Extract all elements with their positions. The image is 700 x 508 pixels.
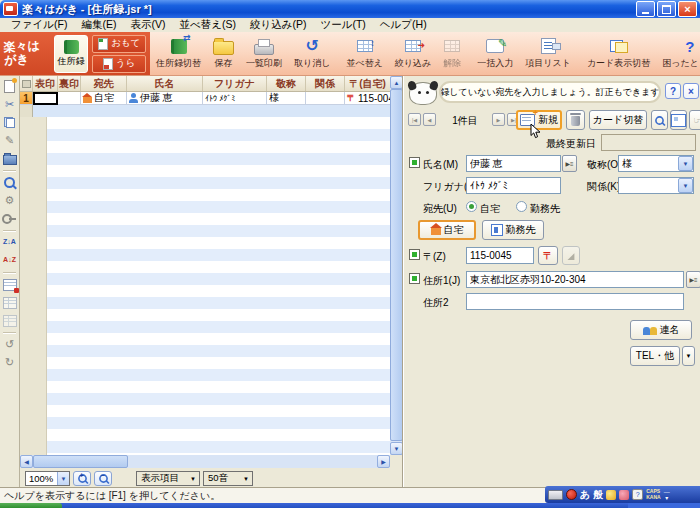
- addressee-home-radio[interactable]: [466, 201, 477, 212]
- close-button[interactable]: ×: [678, 1, 697, 17]
- cell-honorific[interactable]: 様: [267, 92, 306, 105]
- keyboard-icon[interactable]: [548, 490, 563, 500]
- relation-arrow-icon[interactable]: ▼: [678, 178, 693, 193]
- zoom-in-button[interactable]: +: [73, 471, 91, 486]
- card-view-toggle-button[interactable]: カード表示切替: [581, 32, 656, 75]
- back-side-button[interactable]: うら: [92, 55, 146, 73]
- grid-icon[interactable]: [2, 313, 17, 328]
- kana-index-select[interactable]: 50音 ▼: [203, 471, 253, 486]
- column-header-furigana[interactable]: フリガナ: [203, 76, 267, 91]
- name-detail-button[interactable]: ▶≡: [562, 155, 577, 172]
- search-edit-button[interactable]: [651, 110, 668, 130]
- display-items-select[interactable]: 表示項目 ▼: [136, 471, 200, 486]
- ime-input-mode[interactable]: あ: [580, 490, 590, 500]
- ime-minimize-icon[interactable]: —▾: [664, 489, 670, 501]
- pen-icon[interactable]: ✎: [2, 133, 17, 148]
- undo-gray-icon[interactable]: ↺: [2, 337, 17, 352]
- address-book-button[interactable]: 住所録: [54, 35, 88, 73]
- delete-record-button[interactable]: [566, 110, 585, 130]
- empty-rows-area[interactable]: [20, 117, 390, 455]
- tools-icon[interactable]: ⚙: [2, 193, 17, 208]
- ime-icon[interactable]: [566, 489, 577, 500]
- postal-print-checkbox[interactable]: [409, 249, 420, 260]
- cell-name[interactable]: 伊藤 恵: [127, 92, 203, 105]
- menu-tools[interactable]: ツール(T): [313, 18, 372, 32]
- card-preview-button[interactable]: [670, 110, 687, 130]
- search-icon[interactable]: [2, 175, 17, 190]
- address1-print-checkbox[interactable]: [409, 273, 420, 284]
- postal-lookup-button[interactable]: 〒: [538, 246, 558, 265]
- cell-back-print[interactable]: [58, 92, 81, 105]
- table-row[interactable]: 1 自宅 伊藤 恵 ｲﾄｳ ﾒｸﾞﾐ 様 〒115-004: [20, 92, 390, 105]
- zoom-out-button[interactable]: −: [94, 471, 112, 486]
- column-header-back-print[interactable]: 裏印: [58, 76, 81, 91]
- assistant-close-button[interactable]: ×: [683, 83, 699, 99]
- pointer-mode-button[interactable]: ☞: [689, 110, 700, 130]
- relation-select[interactable]: ▼: [618, 177, 694, 194]
- filter-button[interactable]: ➜ 絞り込み: [389, 32, 437, 75]
- furigana-input[interactable]: [466, 177, 561, 194]
- horizontal-scroll-thumb[interactable]: [33, 455, 128, 468]
- vertical-scroll-thumb[interactable]: [390, 89, 403, 441]
- joint-names-button[interactable]: 連名: [630, 320, 692, 340]
- tel-others-dropdown-button[interactable]: ▼: [682, 346, 695, 366]
- table-icon[interactable]: [2, 295, 17, 310]
- ime-state-indicators[interactable]: CAPS KANA: [646, 489, 660, 500]
- print-list-button[interactable]: 一覧印刷: [240, 32, 288, 75]
- address2-input[interactable]: [466, 293, 684, 310]
- menu-view[interactable]: 表示(V): [123, 18, 172, 32]
- cell-relation[interactable]: [306, 92, 345, 105]
- row-number[interactable]: 1: [20, 92, 33, 105]
- menu-edit[interactable]: 編集(E): [74, 18, 123, 32]
- sort-button[interactable]: ↕ 並べ替え: [340, 32, 388, 75]
- honorific-arrow-icon[interactable]: ▼: [678, 156, 693, 171]
- scroll-right-button[interactable]: ▶: [377, 455, 390, 468]
- grid-corner-cell[interactable]: [20, 76, 33, 91]
- vertical-scrollbar[interactable]: ▲ ▼: [390, 76, 403, 455]
- cell-front-print-selected[interactable]: [33, 92, 58, 105]
- redo-gray-icon[interactable]: ↻: [2, 355, 17, 370]
- menu-sort[interactable]: 並べ替え(S): [172, 18, 243, 32]
- front-side-button[interactable]: おもて: [92, 35, 146, 53]
- scroll-left-button[interactable]: ◀: [20, 455, 33, 468]
- restore-button[interactable]: [657, 1, 676, 17]
- tel-others-button[interactable]: TEL・他: [630, 346, 680, 366]
- next-record-button[interactable]: ▶: [492, 113, 505, 126]
- postal-input[interactable]: [466, 247, 534, 264]
- cell-addressee[interactable]: 自宅: [81, 92, 127, 105]
- cut-icon[interactable]: ✂: [2, 97, 17, 112]
- sort-az-icon[interactable]: A↓Z: [2, 253, 17, 268]
- zoom-select[interactable]: 100% ▼: [25, 471, 70, 486]
- cell-postal[interactable]: 〒115-004: [345, 92, 390, 105]
- cell-furigana[interactable]: ｲﾄｳ ﾒｸﾞﾐ: [203, 92, 267, 105]
- sort-za-icon[interactable]: Z↓A: [2, 235, 17, 250]
- column-header-name[interactable]: 氏名: [127, 76, 203, 91]
- help-topics-button[interactable]: ? 困ったときは: [656, 32, 700, 75]
- ime-tools-icon[interactable]: [606, 490, 616, 500]
- new-document-icon[interactable]: [2, 79, 17, 94]
- address-book-switch-button[interactable]: 住所録切替: [150, 32, 207, 75]
- ime-conversion-mode[interactable]: 般: [593, 490, 603, 500]
- work-tab[interactable]: 勤務先: [482, 220, 544, 240]
- folder-icon[interactable]: [2, 151, 17, 166]
- assistant-help-button[interactable]: ?: [665, 83, 681, 99]
- menu-filter[interactable]: 絞り込み(P): [243, 18, 314, 32]
- ime-props-icon[interactable]: ?: [632, 489, 643, 500]
- column-header-postal[interactable]: 〒(自宅): [345, 76, 390, 91]
- first-record-button[interactable]: |◀: [408, 113, 421, 126]
- name-print-checkbox[interactable]: [409, 157, 420, 168]
- name-input[interactable]: [466, 155, 561, 172]
- item-list-button[interactable]: 項目リスト: [519, 32, 577, 75]
- ime-pad-icon[interactable]: [619, 490, 629, 500]
- addressee-work-radio[interactable]: [516, 201, 527, 212]
- undo-button[interactable]: ↺ 取り消し: [288, 32, 336, 75]
- scroll-up-button[interactable]: ▲: [390, 76, 403, 89]
- minimize-button[interactable]: [636, 1, 655, 17]
- scroll-down-button[interactable]: ▼: [390, 442, 403, 455]
- column-header-honorific[interactable]: 敬称: [267, 76, 306, 91]
- zoom-dropdown-arrow-icon[interactable]: ▼: [57, 472, 69, 485]
- home-tab[interactable]: 自宅: [418, 220, 476, 240]
- key-icon[interactable]: [2, 211, 17, 226]
- column-header-addressee[interactable]: 宛先: [81, 76, 127, 91]
- horizontal-scrollbar[interactable]: ◀ ▶: [20, 455, 390, 468]
